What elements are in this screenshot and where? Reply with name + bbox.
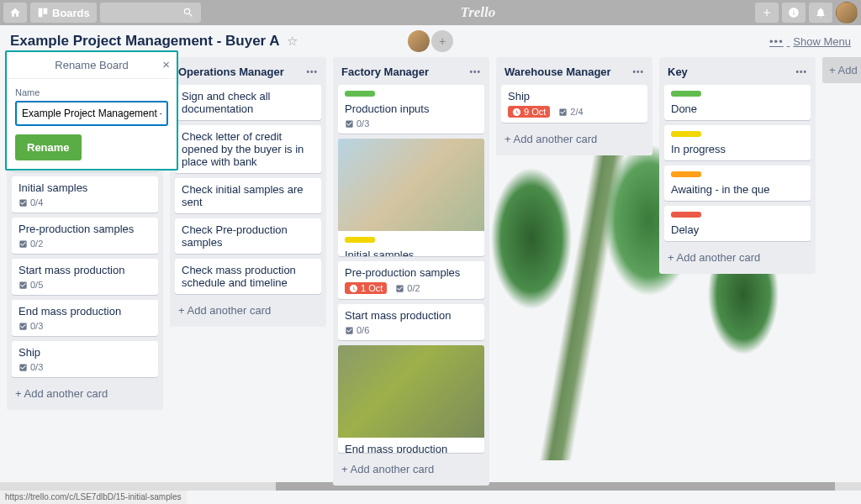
card[interactable]: Check mass production schedule and timel… <box>175 259 321 294</box>
due-badge: 9 Oct <box>508 106 550 118</box>
add-card-button[interactable]: + Add another card <box>338 458 484 480</box>
member-avatar[interactable] <box>408 30 430 52</box>
card[interactable]: End mass production 0/3 <box>12 300 158 336</box>
card-title: Start mass production <box>345 309 451 322</box>
checklist-badge: 0/4 <box>18 197 43 207</box>
card-title: Initial samples <box>18 181 87 194</box>
board-title[interactable]: Example Project Management - Buyer A <box>10 33 280 50</box>
card[interactable]: Initial samples 2 1 2/3 <box>338 139 484 256</box>
status-bar: https://trello.com/c/LSE7dlbD/15-initial… <box>0 491 187 504</box>
card-title: Delay <box>671 223 699 236</box>
search-icon <box>182 7 194 18</box>
logo: Trello <box>204 4 752 21</box>
add-card-button[interactable]: + Add another card <box>501 128 647 150</box>
add-card-button[interactable]: + Add another card <box>12 382 158 405</box>
card-title: Awaiting - in the que <box>671 183 770 196</box>
list-menu-icon[interactable]: ••• <box>795 67 807 76</box>
add-button[interactable] <box>755 3 779 23</box>
list-title[interactable]: Factory Manager <box>341 66 429 78</box>
list-title[interactable]: Warehouse Manager <box>504 66 611 78</box>
list-menu-icon[interactable]: ••• <box>306 67 318 76</box>
card-title: End mass production <box>345 443 447 453</box>
due-badge: 1 Oct <box>345 282 387 294</box>
boards-icon <box>37 7 49 18</box>
card[interactable]: End mass production 1 1 3/5 <box>338 345 484 453</box>
card-title: Check initial samples are sent <box>182 183 304 208</box>
info-icon <box>788 7 800 18</box>
checklist-badge: 0/6 <box>345 325 369 335</box>
close-icon[interactable]: × <box>162 57 170 71</box>
card-title: Pre-production samples <box>345 266 460 279</box>
card-label <box>345 91 375 97</box>
add-member-button[interactable]: + <box>431 30 453 52</box>
card[interactable]: Initial samples 0/4 <box>12 176 158 213</box>
card-title: Check mass production schedule and timel… <box>182 264 296 289</box>
checklist-badge: 0/5 <box>18 280 43 290</box>
card[interactable]: Check letter of credit opened by the buy… <box>175 125 321 173</box>
card[interactable]: Done <box>664 85 811 120</box>
card[interactable]: Ship 9 Oct 2/4 <box>501 85 647 123</box>
svg-rect-0 <box>39 8 43 18</box>
show-menu-button[interactable]: ••• Show Menu <box>769 35 851 48</box>
card[interactable]: Ship 0/3 <box>12 341 158 377</box>
card-title: Start mass production <box>18 264 124 276</box>
home-icon <box>9 7 21 18</box>
rename-button[interactable]: Rename <box>15 134 82 160</box>
card-title: Production inputs <box>345 102 429 115</box>
card-label <box>671 212 701 218</box>
card[interactable]: Delay <box>664 206 811 241</box>
list-title[interactable]: Key <box>668 66 688 78</box>
card-title: End mass production <box>18 305 121 318</box>
list-title[interactable]: Operations Manager <box>178 66 284 78</box>
card-title: Pre-production samples <box>18 223 134 235</box>
checklist-badge: 0/2 <box>18 239 43 249</box>
card[interactable]: Pre-production samples 1 Oct 0/2 <box>338 261 484 299</box>
card-cover-image <box>338 139 484 231</box>
card-cover-image <box>338 345 484 438</box>
checklist-badge: 2/4 <box>558 107 583 117</box>
boards-button[interactable]: Boards <box>30 3 97 23</box>
card-label <box>671 171 701 177</box>
star-button[interactable]: ☆ <box>287 34 298 49</box>
card[interactable]: Start mass production 0/6 <box>338 304 484 340</box>
bell-icon <box>815 7 827 18</box>
add-list-button[interactable]: + Add an <box>822 57 861 83</box>
card-label <box>345 237 375 243</box>
card[interactable]: In progress <box>664 125 811 160</box>
info-button[interactable] <box>782 3 806 23</box>
card[interactable]: Awaiting - in the que <box>664 165 811 201</box>
checklist-badge: 0/3 <box>345 118 369 129</box>
board-name-input[interactable] <box>15 101 168 126</box>
checklist-badge: 0/3 <box>18 321 43 331</box>
card-title: Ship <box>18 346 40 359</box>
card-title: Check Pre-production samples <box>182 223 288 249</box>
card-title: Initial samples <box>345 249 414 256</box>
plus-icon <box>761 7 773 18</box>
home-button[interactable] <box>3 3 27 23</box>
card-title: In progress <box>671 143 726 155</box>
card[interactable]: Check initial samples are sent <box>175 178 321 213</box>
topbar: Boards Trello <box>0 0 861 25</box>
card-title: Ship <box>508 90 530 102</box>
add-card-button[interactable]: + Add another card <box>175 299 321 322</box>
card-title: Check letter of credit opened by the buy… <box>182 130 304 168</box>
list-menu-icon[interactable]: ••• <box>632 67 644 76</box>
card[interactable]: Start mass production 0/5 <box>12 259 158 295</box>
card[interactable]: Production inputs 0/3 <box>338 85 484 134</box>
rename-board-popover: Rename Board× Name Rename <box>5 50 178 171</box>
card-title: Sign and check all documentation <box>182 90 271 115</box>
card[interactable]: Check Pre-production samples <box>175 218 321 254</box>
notifications-button[interactable] <box>809 3 832 23</box>
card[interactable]: Pre-production samples 0/2 <box>12 218 158 254</box>
list: Key•••DoneIn progressAwaiting - in the q… <box>659 57 816 274</box>
checklist-badge: 0/3 <box>18 362 43 372</box>
card[interactable]: Sign and check all documentation <box>175 85 321 120</box>
svg-rect-1 <box>44 8 48 14</box>
user-avatar[interactable] <box>836 2 858 24</box>
search-input[interactable] <box>100 3 201 23</box>
card-label <box>671 131 701 137</box>
add-card-button[interactable]: + Add another card <box>664 246 811 269</box>
list-menu-icon[interactable]: ••• <box>469 67 481 76</box>
card-title: Done <box>671 102 697 115</box>
list: Operations Manager•••Sign and check all … <box>170 57 326 327</box>
